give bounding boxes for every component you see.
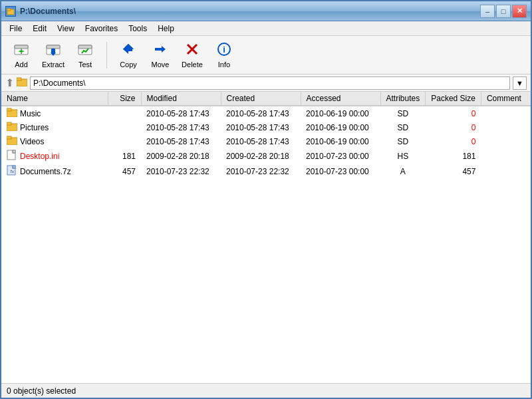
- menu-view[interactable]: View: [52, 23, 80, 35]
- cell-packed: 457: [426, 164, 481, 179]
- cell-size: [108, 120, 141, 134]
- svg-rect-6: [47, 45, 60, 49]
- cell-name: Desktop.ini: [1, 148, 108, 164]
- file-icon: [7, 150, 17, 162]
- info-icon: i: [216, 41, 232, 59]
- cell-attributes: HS: [380, 148, 426, 164]
- address-dropdown-button[interactable]: ▼: [513, 76, 527, 90]
- add-button[interactable]: + Add: [7, 38, 36, 72]
- cell-size: [108, 106, 141, 120]
- folder-icon: [7, 122, 17, 133]
- svg-text:7z: 7z: [10, 170, 14, 174]
- statusbar: 0 object(s) selected: [1, 383, 531, 398]
- col-header-packed[interactable]: Packed Size: [426, 92, 481, 106]
- svg-rect-28: [13, 150, 15, 153]
- cell-modified: 2010-05-28 17:43: [141, 134, 221, 148]
- cell-attributes: SD: [380, 134, 426, 148]
- table-row[interactable]: 7z Documents.7z4572010-07-23 22:322010-0…: [1, 164, 531, 179]
- statusbar-text: 0 object(s) selected: [7, 386, 76, 396]
- file-name-text: Videos: [20, 137, 44, 146]
- address-folder-icon: [17, 77, 27, 88]
- file-name-text: Pictures: [20, 123, 49, 132]
- titlebar: P:\Documents\ – □ ✕: [1, 1, 531, 21]
- cell-comment: [481, 134, 531, 148]
- cell-packed: 181: [426, 148, 481, 164]
- cell-created: 2010-05-28 17:43: [221, 134, 301, 148]
- table-row[interactable]: Music2010-05-28 17:432010-05-28 17:43201…: [1, 106, 531, 120]
- cell-created: 2009-02-28 20:18: [221, 148, 301, 164]
- cell-comment: [481, 148, 531, 164]
- file-table: Name Size Modified Created Accessed Attr…: [1, 92, 531, 179]
- address-input[interactable]: [30, 76, 510, 90]
- window-controls: – □ ✕: [480, 5, 527, 18]
- file-7z-icon: 7z: [7, 165, 17, 178]
- menu-favorites[interactable]: Favorites: [80, 23, 123, 35]
- table-row[interactable]: Videos2010-05-28 17:432010-05-28 17:4320…: [1, 134, 531, 148]
- test-icon: [77, 41, 93, 59]
- delete-button[interactable]: Delete: [178, 38, 207, 72]
- add-icon: +: [13, 41, 29, 59]
- extract-button[interactable]: Extract: [39, 38, 68, 72]
- svg-marker-14: [155, 46, 166, 53]
- file-list-container: Name Size Modified Created Accessed Attr…: [1, 92, 531, 383]
- file-name-text: Desktop.ini: [20, 152, 59, 161]
- cell-modified: 2010-07-23 22:32: [141, 164, 221, 179]
- cell-accessed: 2010-06-19 00:00: [301, 120, 380, 134]
- col-header-accessed[interactable]: Accessed: [301, 92, 380, 106]
- col-header-size[interactable]: Size: [108, 92, 141, 106]
- maximize-button[interactable]: □: [496, 5, 511, 18]
- folder-icon: [7, 136, 17, 147]
- info-label: Info: [218, 61, 230, 68]
- menu-file[interactable]: File: [4, 23, 27, 35]
- cell-created: 2010-05-28 17:43: [221, 106, 301, 120]
- svg-rect-10: [78, 45, 92, 49]
- test-button[interactable]: Test: [70, 38, 100, 72]
- cell-accessed: 2010-07-23 00:00: [301, 148, 380, 164]
- col-header-created[interactable]: Created: [221, 92, 301, 106]
- col-header-name[interactable]: Name: [1, 92, 108, 106]
- table-row[interactable]: Desktop.ini1812009-02-28 20:182009-02-28…: [1, 148, 531, 164]
- cell-created: 2010-07-23 22:32: [221, 164, 301, 179]
- copy-button[interactable]: Copy: [114, 38, 143, 72]
- menu-tools[interactable]: Tools: [123, 23, 152, 35]
- cell-accessed: 2010-06-19 00:00: [301, 106, 380, 120]
- cell-accessed: 2010-07-23 00:00: [301, 164, 380, 179]
- info-button[interactable]: i Info: [209, 38, 239, 72]
- cell-size: 181: [108, 148, 141, 164]
- delete-icon: [184, 41, 200, 59]
- col-header-modified[interactable]: Modified: [141, 92, 221, 106]
- app-window: P:\Documents\ – □ ✕ File Edit View Favor…: [0, 0, 532, 399]
- move-button[interactable]: Move: [146, 38, 175, 72]
- cell-size: 457: [108, 164, 141, 179]
- toolbar-separator-1: [106, 42, 107, 68]
- svg-rect-24: [7, 122, 11, 125]
- col-header-comment[interactable]: Comment: [481, 92, 531, 106]
- svg-rect-20: [17, 78, 21, 80]
- table-row[interactable]: Pictures2010-05-28 17:432010-05-28 17:43…: [1, 120, 531, 134]
- cell-modified: 2010-05-28 17:43: [141, 120, 221, 134]
- cell-attributes: A: [380, 164, 426, 179]
- menu-help[interactable]: Help: [152, 23, 180, 35]
- file-tbody: Music2010-05-28 17:432010-05-28 17:43201…: [1, 106, 531, 179]
- cell-size: [108, 134, 141, 148]
- move-label: Move: [152, 61, 170, 68]
- nav-back-icon[interactable]: ⬆: [5, 76, 14, 89]
- file-name-text: Documents.7z: [20, 167, 71, 176]
- minimize-button[interactable]: –: [480, 5, 495, 18]
- menu-edit[interactable]: Edit: [27, 23, 52, 35]
- cell-created: 2010-05-28 17:43: [221, 120, 301, 134]
- app-icon: [5, 6, 16, 17]
- cell-packed: 0: [426, 106, 481, 120]
- copy-icon: [120, 41, 136, 59]
- cell-name: Pictures: [1, 120, 108, 134]
- col-header-attributes[interactable]: Attributes: [380, 92, 426, 106]
- cell-modified: 2009-02-28 20:18: [141, 148, 221, 164]
- svg-rect-22: [7, 108, 11, 111]
- cell-comment: [481, 106, 531, 120]
- cell-name: Videos: [1, 134, 108, 148]
- cell-accessed: 2010-06-19 00:00: [301, 134, 380, 148]
- close-button[interactable]: ✕: [512, 5, 527, 18]
- svg-text:+: +: [19, 46, 24, 57]
- svg-text:i: i: [223, 45, 225, 55]
- extract-label: Extract: [42, 61, 65, 68]
